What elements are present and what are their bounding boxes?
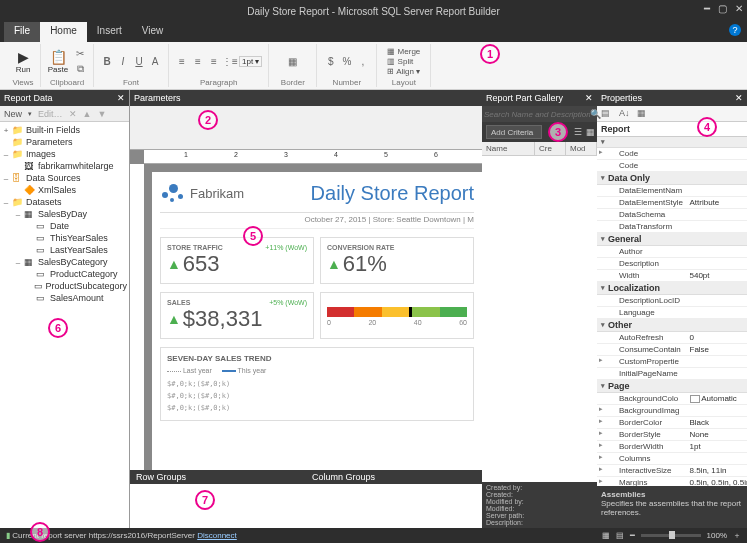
align-center-icon[interactable]: ≡ [191, 54, 205, 68]
tree-node[interactable]: +📁Built-in Fields [2, 124, 127, 136]
tree-node[interactable]: –▦SalesByDay [2, 208, 127, 220]
zoom-out-icon[interactable]: ━ [630, 531, 635, 540]
report-body[interactable]: Fabrikam Daily Store Report October 27, … [152, 172, 482, 470]
property-row[interactable]: ▸Columns [597, 453, 747, 465]
property-row[interactable]: Language [597, 307, 747, 319]
property-row[interactable]: ▸Code [597, 148, 747, 160]
disconnect-link[interactable]: Disconnect [197, 531, 237, 540]
percent-icon[interactable]: % [340, 54, 354, 68]
card-traffic[interactable]: STORE TRAFFIC+11% (WoW) ▲653 [160, 237, 314, 284]
property-category[interactable]: ▾General [597, 233, 747, 246]
property-row[interactable]: ▸Margins0.5in, 0.5in, 0.5in, 0.5in [597, 477, 747, 486]
property-category[interactable]: ▾Data Only [597, 172, 747, 185]
move-down-icon[interactable]: ▼ [97, 109, 106, 119]
paste-button[interactable]: 📋Paste [47, 50, 69, 72]
zoom-in-icon[interactable]: ＋ [733, 530, 741, 541]
tab-home[interactable]: Home [40, 22, 87, 42]
tab-file[interactable]: File [4, 22, 40, 42]
new-button[interactable]: New [4, 109, 22, 119]
property-row[interactable]: DescriptionLocID [597, 295, 747, 307]
font-color-icon[interactable]: A [148, 54, 162, 68]
tab-insert[interactable]: Insert [87, 22, 132, 42]
delete-icon[interactable]: ✕ [69, 109, 77, 119]
tree-node[interactable]: 🖼fabrikamwhitelarge [2, 160, 127, 172]
add-criteria-button[interactable]: Add Criteria [486, 125, 542, 139]
categorize-icon[interactable]: ▤ [601, 108, 615, 120]
property-row[interactable]: ▸BorderStyleNone [597, 429, 747, 441]
property-row[interactable]: DataTransform [597, 221, 747, 233]
gallery-search-input[interactable] [484, 110, 590, 119]
view-list-icon[interactable]: ☰ [574, 127, 582, 137]
trend-panel[interactable]: SEVEN-DAY SALES TREND Last year This yea… [160, 347, 474, 421]
maximize-icon[interactable]: ▢ [718, 3, 727, 14]
run-button[interactable]: ▶Run [12, 50, 34, 72]
card-sales[interactable]: SALES+5% (WoW) ▲$38,331 [160, 292, 314, 339]
property-category[interactable]: ▾ [597, 137, 747, 148]
property-category[interactable]: ▾Page [597, 380, 747, 393]
align-left-icon[interactable]: ≡ [175, 54, 189, 68]
move-up-icon[interactable]: ▲ [83, 109, 92, 119]
underline-icon[interactable]: U [132, 54, 146, 68]
border-icon[interactable]: ▦ [286, 54, 300, 68]
comma-icon[interactable]: , [356, 54, 370, 68]
view-grid-icon[interactable]: ▦ [586, 127, 595, 137]
close-icon[interactable]: ✕ [585, 93, 593, 103]
font-size-select[interactable]: 1pt ▾ [239, 56, 262, 67]
property-row[interactable]: Width540pt [597, 270, 747, 282]
split-button[interactable]: ▥ Split [387, 57, 413, 66]
align-right-icon[interactable]: ≡ [207, 54, 221, 68]
tree-node[interactable]: –📁Images [2, 148, 127, 160]
currency-icon[interactable]: $ [324, 54, 338, 68]
property-row[interactable]: BackgroundColo Automatic [597, 393, 747, 405]
merge-button[interactable]: ▦ Merge [387, 47, 420, 56]
close-icon[interactable]: ✕ [735, 3, 743, 14]
search-icon[interactable]: 🔍 [590, 109, 601, 119]
property-row[interactable]: DataSchema [597, 209, 747, 221]
property-category[interactable]: ▾Other [597, 319, 747, 332]
view-icon[interactable]: ▦ [602, 531, 610, 540]
edit-button[interactable]: Edit… [38, 109, 63, 119]
tab-view[interactable]: View [132, 22, 174, 42]
bold-icon[interactable]: B [100, 54, 114, 68]
bullets-icon[interactable]: ⋮≡ [223, 54, 237, 68]
tree-node[interactable]: 📁Parameters [2, 136, 127, 148]
card-gauge[interactable]: 0 20 40 60 [320, 292, 474, 339]
tree-node[interactable]: ▭SalesAmount [2, 292, 127, 304]
tree-node[interactable]: ▭ProductSubcategory [2, 280, 127, 292]
property-row[interactable]: InitialPageName [597, 368, 747, 380]
property-row[interactable]: Code [597, 160, 747, 172]
close-icon[interactable]: ✕ [117, 93, 125, 103]
property-pages-icon[interactable]: ▦ [637, 108, 651, 120]
property-row[interactable]: DataElementStyleAttribute [597, 197, 747, 209]
report-data-tree[interactable]: +📁Built-in Fields📁Parameters–📁Images🖼fab… [0, 122, 129, 528]
gallery-body[interactable] [482, 156, 597, 482]
property-row[interactable]: Description [597, 258, 747, 270]
properties-list[interactable]: ▾ ▸CodeCode▾Data OnlyDataElementNamDataE… [597, 137, 747, 486]
cut-icon[interactable]: ✂ [73, 47, 87, 61]
tree-node[interactable]: ▭LastYearSales [2, 244, 127, 256]
tree-node[interactable]: ▭ProductCategory [2, 268, 127, 280]
tree-node[interactable]: –▦SalesByCategory [2, 256, 127, 268]
card-conversion[interactable]: CONVERSION RATE ▲61% [320, 237, 474, 284]
italic-icon[interactable]: I [116, 54, 130, 68]
property-row[interactable]: ▸BorderColorBlack [597, 417, 747, 429]
copy-icon[interactable]: ⧉ [73, 62, 87, 76]
tree-node[interactable]: –📁Datasets [2, 196, 127, 208]
property-category[interactable]: ▾Localization [597, 282, 747, 295]
tree-node[interactable]: –🗄Data Sources [2, 172, 127, 184]
property-row[interactable]: AutoRefresh0 [597, 332, 747, 344]
tree-node[interactable]: ▭Date [2, 220, 127, 232]
tree-node[interactable]: ▭ThisYearSales [2, 232, 127, 244]
column-groups-body[interactable] [306, 484, 482, 528]
minimize-icon[interactable]: ━ [704, 3, 710, 14]
zoom-slider[interactable] [641, 534, 701, 537]
property-row[interactable]: ▸InteractiveSize8.5in, 11in [597, 465, 747, 477]
tree-node[interactable]: 🔶XmlSales [2, 184, 127, 196]
property-row[interactable]: ▸CustomPropertie [597, 356, 747, 368]
close-icon[interactable]: ✕ [735, 93, 743, 103]
property-row[interactable]: ▸BackgroundImag [597, 405, 747, 417]
property-row[interactable]: Author [597, 246, 747, 258]
property-row[interactable]: ▸BorderWidth1pt [597, 441, 747, 453]
align-button[interactable]: ⊞ Align ▾ [387, 67, 420, 76]
row-groups-body[interactable] [130, 484, 306, 528]
